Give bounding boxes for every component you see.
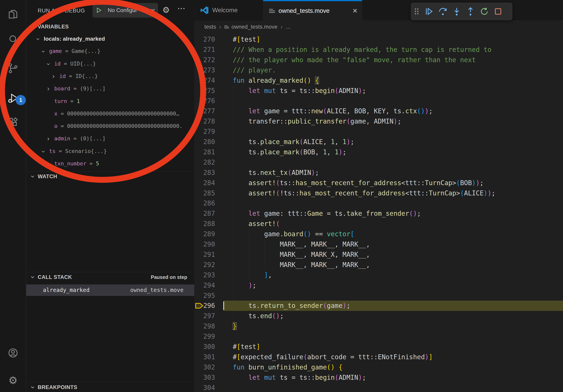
line-content[interactable]: fun burn_unfinished_game() { — [223, 362, 563, 372]
code-line-275[interactable]: 275 let mut ts = ts::begin(ADMIN); — [194, 86, 563, 96]
line-number[interactable]: 279 — [194, 127, 223, 137]
code-line-279[interactable]: 279 — [194, 127, 563, 137]
line-number[interactable]: 283 — [194, 168, 223, 178]
line-content[interactable]: #[expected_failure(abort_code = ttt::ENo… — [223, 352, 563, 362]
chevron-right-icon[interactable] — [51, 74, 56, 79]
variable-row-txn_number[interactable]: txn_number = 5 — [26, 158, 194, 170]
account-icon[interactable] — [7, 347, 19, 359]
chevron-right-icon[interactable] — [46, 136, 51, 142]
line-content[interactable]: ); — [223, 280, 563, 290]
chevron-down-icon[interactable] — [40, 149, 46, 154]
line-content[interactable]: ts.next_tx(ADMIN); — [223, 168, 563, 178]
code-line-274[interactable]: 274fun already_marked() { — [194, 75, 563, 86]
variable-row-ts[interactable]: ts = Scenario{...} — [26, 145, 194, 158]
line-content[interactable]: let game = ttt::new(ALICE, BOB, KEY, ts.… — [223, 106, 563, 116]
line-number[interactable]: 293 — [194, 270, 223, 280]
code-line-298[interactable]: 298} — [194, 321, 563, 331]
code-line-273[interactable]: 273/// player. — [194, 65, 563, 75]
line-number[interactable]: 297 — [194, 311, 223, 321]
code-line-294[interactable]: 294 ); — [194, 280, 563, 290]
line-number[interactable]: 282 — [194, 157, 223, 168]
explorer-icon[interactable] — [7, 8, 19, 20]
code-line-284[interactable]: 284 assert!(ts::has_most_recent_for_addr… — [194, 178, 563, 188]
line-content[interactable]: ts.place_mark(BOB, 1, 1); — [223, 147, 563, 157]
breakpoints-section-header[interactable]: BREAKPOINTS — [26, 381, 77, 392]
line-number[interactable]: 286 — [194, 198, 223, 209]
start-debug-icon[interactable] — [92, 6, 105, 15]
code-line-283[interactable]: 283 ts.next_tx(ADMIN); — [194, 168, 563, 178]
line-content[interactable]: #[test] — [223, 34, 563, 45]
line-content[interactable] — [223, 331, 563, 342]
variable-row-id[interactable]: id = ID{...} — [26, 70, 194, 83]
code-line-286[interactable]: 286 — [194, 198, 563, 209]
line-number[interactable]: 284 — [194, 178, 223, 188]
variable-row-o[interactable]: o = 00000000000000000000000000000000000. — [26, 120, 194, 133]
line-number[interactable]: 301 — [194, 352, 223, 362]
code-line-271[interactable]: 271/// When a position is already marked… — [194, 45, 563, 55]
debug-settings-gear-icon[interactable]: ⚙ — [162, 6, 170, 14]
code-line-270[interactable]: 270#[test] — [194, 34, 563, 45]
line-content[interactable]: assert!(ts::has_most_recent_for_address<… — [223, 178, 563, 188]
code-line-288[interactable]: 288 assert!( — [194, 219, 563, 229]
line-content[interactable]: ], — [223, 270, 563, 280]
line-content[interactable]: MARK__, MARK__, MARK__, — [223, 260, 563, 270]
line-number[interactable]: 291 — [194, 249, 223, 260]
chevron-down-icon[interactable] — [40, 49, 46, 54]
line-number[interactable]: 299 — [194, 331, 223, 342]
line-number[interactable]: 300 — [194, 342, 223, 352]
settings-gear-icon[interactable]: ⚙ — [7, 375, 19, 386]
code-line-287[interactable]: 287 let game: ttt::Game = ts.take_from_s… — [194, 209, 563, 219]
code-line-282[interactable]: 282 — [194, 157, 563, 168]
debug-config-select[interactable]: No Configur — [105, 7, 150, 13]
code-line-296[interactable]: 296 ts.return_to_sender(game); — [194, 301, 563, 311]
code-line-285[interactable]: 285 assert!(!ts::has_most_recent_for_add… — [194, 188, 563, 198]
variable-row-scope[interactable]: locals: already_marked — [26, 33, 194, 45]
line-content[interactable]: MARK__, MARK_X, MARK__, — [223, 249, 563, 260]
more-actions-icon[interactable]: ··· — [178, 5, 186, 13]
line-content[interactable]: #[test] — [223, 342, 563, 352]
line-content[interactable] — [223, 383, 563, 392]
line-content[interactable] — [223, 96, 563, 106]
code-line-277[interactable]: 277 let game = ttt::new(ALICE, BOB, KEY,… — [194, 106, 563, 116]
code-line-292[interactable]: 292 MARK__, MARK__, MARK__, — [194, 260, 563, 270]
variable-row-turn[interactable]: turn = 1 — [26, 95, 194, 108]
code-line-281[interactable]: 281 ts.place_mark(BOB, 1, 1); — [194, 147, 563, 157]
continue-icon[interactable] — [422, 5, 436, 18]
code-line-276[interactable]: 276 — [194, 96, 563, 106]
line-content[interactable]: assert!( — [223, 219, 563, 229]
line-content[interactable] — [223, 157, 563, 168]
line-number[interactable]: 280 — [194, 137, 223, 147]
line-content[interactable] — [223, 290, 563, 301]
line-content[interactable]: transfer::public_transfer(game, ADMIN); — [223, 116, 563, 127]
line-number[interactable]: 278 — [194, 116, 223, 127]
code-line-290[interactable]: 290 MARK__, MARK__, MARK__, — [194, 239, 563, 249]
line-content[interactable]: let game: ttt::Game = ts.take_from_sende… — [223, 209, 563, 219]
line-number[interactable]: 274 — [194, 75, 223, 86]
restart-icon[interactable] — [477, 5, 491, 18]
variables-section-header[interactable]: VARIABLES — [26, 21, 69, 33]
watch-section-header[interactable]: WATCH — [26, 170, 57, 183]
line-number[interactable]: 281 — [194, 147, 223, 157]
code-line-302[interactable]: 302fun burn_unfinished_game() { — [194, 362, 563, 372]
step-over-icon[interactable] — [436, 5, 450, 18]
code-line-272[interactable]: 272/// the player who made the "false" m… — [194, 55, 563, 65]
line-content[interactable]: MARK__, MARK__, MARK__, — [223, 239, 563, 249]
code-line-304[interactable]: 304 — [194, 383, 563, 392]
variable-row-admin[interactable]: admin = (0)[...] — [26, 133, 194, 145]
variable-row-x[interactable]: x = 0000000000000000000000000000000000… — [26, 108, 194, 120]
chevron-down-icon[interactable] — [46, 61, 51, 67]
line-number[interactable]: 271 — [194, 45, 223, 55]
call-stack-frame-row[interactable]: already_marked owned_tests.move — [26, 284, 194, 296]
line-number[interactable]: 298 — [194, 321, 223, 331]
code-line-280[interactable]: 280 ts.place_mark(ALICE, 1, 1); — [194, 137, 563, 147]
line-number[interactable]: 302 — [194, 362, 223, 372]
line-number[interactable]: 276 — [194, 96, 223, 106]
line-content[interactable] — [223, 127, 563, 137]
line-content[interactable]: ts.return_to_sender(game); — [223, 301, 563, 311]
line-number[interactable]: 292 — [194, 260, 223, 270]
code-line-300[interactable]: 300#[test] — [194, 342, 563, 352]
step-into-icon[interactable] — [450, 5, 464, 18]
line-number[interactable]: 277 — [194, 106, 223, 116]
line-content[interactable]: } — [223, 321, 563, 331]
line-content[interactable]: fun already_marked() { — [223, 75, 563, 86]
